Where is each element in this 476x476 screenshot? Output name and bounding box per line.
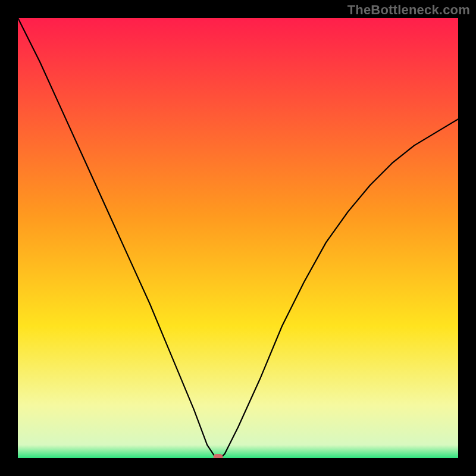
plot-area: [18, 18, 458, 458]
chart-svg: [18, 18, 458, 458]
gradient-background: [18, 18, 458, 458]
chart-frame: TheBottleneck.com: [0, 0, 476, 476]
watermark-text: TheBottleneck.com: [347, 2, 470, 18]
min-marker-icon: [214, 454, 223, 458]
